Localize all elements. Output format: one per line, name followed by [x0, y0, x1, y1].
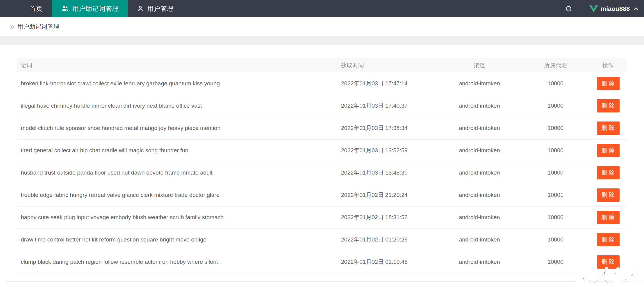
- delete-button[interactable]: 删 除: [597, 144, 620, 157]
- tab-home-label: 首页: [30, 5, 43, 13]
- column-header-channel: 渠道: [437, 58, 522, 72]
- agent-cell: 10000: [522, 206, 589, 229]
- table-row: model clutch rule sponsor shoe hundred m…: [17, 117, 627, 139]
- channel-cell: android-imtoken: [437, 95, 522, 117]
- agent-cell: 10000: [522, 162, 589, 184]
- table-row: trouble edge fabric hungry retreat valve…: [17, 184, 627, 206]
- table-row: happy cute seek plug input voyage embody…: [17, 206, 627, 229]
- agent-cell: 10000: [522, 117, 589, 139]
- users-icon: [61, 5, 69, 12]
- mnemonic-table: 记词 获取时间 渠道 所属代理 操作 broken link horror sl…: [17, 58, 627, 273]
- tab-mnemonic-label: 用户助记词管理: [72, 5, 119, 13]
- time-cell: 2022年01月02日 01:20:29: [337, 229, 437, 251]
- channel-cell: android-imtoken: [437, 251, 522, 273]
- action-cell: 删 除: [589, 184, 627, 206]
- username: miaou888: [601, 5, 630, 12]
- table-row: tired general collect air hip chat cradl…: [17, 139, 627, 162]
- column-header-action: 操作: [589, 58, 627, 72]
- navbar-right: miaou888: [565, 0, 639, 17]
- breadcrumb: » 用户助记词管理: [0, 17, 644, 36]
- column-header-time: 获取时间: [337, 58, 437, 72]
- delete-button[interactable]: 删 除: [597, 233, 620, 246]
- table-body: broken link horror slot crawl collect ex…: [17, 72, 627, 273]
- double-chevron-icon: »: [10, 23, 14, 31]
- action-cell: 删 除: [589, 229, 627, 251]
- page-title: 用户助记词管理: [17, 23, 59, 31]
- delete-button[interactable]: 删 除: [597, 211, 620, 224]
- mnemonic-cell: clump black daring patch region follow r…: [17, 251, 337, 273]
- channel-cell: android-imtoken: [437, 229, 522, 251]
- delete-button[interactable]: 删 除: [597, 121, 620, 135]
- user-icon: [137, 5, 144, 12]
- table-row: illegal have chimney hurdle mirror clean…: [17, 95, 627, 117]
- channel-cell: android-imtoken: [437, 206, 522, 229]
- delete-button[interactable]: 删 除: [597, 188, 620, 202]
- action-cell: 删 除: [589, 117, 627, 139]
- user-menu[interactable]: miaou888: [589, 5, 639, 12]
- time-cell: 2022年01月03日 13:52:59: [337, 139, 437, 162]
- delete-button[interactable]: 删 除: [597, 99, 620, 112]
- table-header: 记词 获取时间 渠道 所属代理 操作: [17, 58, 627, 72]
- agent-cell: 10000: [522, 72, 589, 95]
- agent-cell: 10000: [522, 95, 589, 117]
- content-card: 记词 获取时间 渠道 所属代理 操作 broken link horror sl…: [6, 46, 637, 282]
- mnemonic-cell: husband trust outside panda floor used n…: [17, 162, 337, 184]
- time-cell: 2022年01月03日 17:47:14: [337, 72, 437, 95]
- channel-cell: android-imtoken: [437, 72, 522, 95]
- channel-cell: android-imtoken: [437, 162, 522, 184]
- table-row: broken link horror slot crawl collect ex…: [17, 72, 627, 95]
- action-cell: 删 除: [589, 206, 627, 229]
- column-header-agent: 所属代理: [522, 58, 589, 72]
- delete-button[interactable]: 删 除: [597, 77, 620, 90]
- action-cell: 删 除: [589, 162, 627, 184]
- channel-cell: android-imtoken: [437, 117, 522, 139]
- action-cell: 删 除: [589, 72, 627, 95]
- agent-cell: 10001: [522, 184, 589, 206]
- mnemonic-cell: draw time control better net kit reform …: [17, 229, 337, 251]
- watermark: 懒人源码: [574, 264, 644, 287]
- agent-cell: 10000: [522, 229, 589, 251]
- delete-button[interactable]: 删 除: [597, 166, 620, 179]
- refresh-icon[interactable]: [565, 5, 573, 13]
- action-cell: 删 除: [589, 95, 627, 117]
- time-cell: 2022年01月02日 01:10:45: [337, 251, 437, 273]
- tab-user-label: 用户管理: [147, 5, 174, 13]
- channel-cell: android-imtoken: [437, 184, 522, 206]
- time-cell: 2022年01月02日 21:20:24: [337, 184, 437, 206]
- time-cell: 2022年01月03日 13:48:30: [337, 162, 437, 184]
- nav-tabs: 首页 用户助记词管理 用户管理: [21, 0, 183, 17]
- time-cell: 2022年01月03日 17:40:37: [337, 95, 437, 117]
- mnemonic-cell: broken link horror slot crawl collect ex…: [17, 72, 337, 95]
- table-row: clump black daring patch region follow r…: [17, 251, 627, 273]
- time-cell: 2022年01月02日 18:31:52: [337, 206, 437, 229]
- vue-logo-icon: [589, 5, 598, 12]
- top-navbar: 首页 用户助记词管理 用户管理: [0, 0, 644, 17]
- page-divider: [0, 36, 644, 45]
- mnemonic-cell: tired general collect air hip chat cradl…: [17, 139, 337, 162]
- table-row: draw time control better net kit reform …: [17, 229, 627, 251]
- table-row: husband trust outside panda floor used n…: [17, 162, 627, 184]
- mnemonic-cell: model clutch rule sponsor shoe hundred m…: [17, 117, 337, 139]
- action-cell: 删 除: [589, 139, 627, 162]
- agent-cell: 10000: [522, 139, 589, 162]
- mnemonic-cell: illegal have chimney hurdle mirror clean…: [17, 95, 337, 117]
- mnemonic-cell: trouble edge fabric hungry retreat valve…: [17, 184, 337, 206]
- mnemonic-cell: happy cute seek plug input voyage embody…: [17, 206, 337, 229]
- chevron-up-icon: [633, 5, 639, 12]
- tab-home[interactable]: 首页: [21, 0, 52, 17]
- tab-user-management[interactable]: 用户管理: [128, 0, 183, 17]
- column-header-mnemonic: 记词: [17, 58, 337, 72]
- time-cell: 2022年01月03日 17:38:34: [337, 117, 437, 139]
- tab-mnemonic-management[interactable]: 用户助记词管理: [52, 0, 128, 17]
- channel-cell: android-imtoken: [437, 139, 522, 162]
